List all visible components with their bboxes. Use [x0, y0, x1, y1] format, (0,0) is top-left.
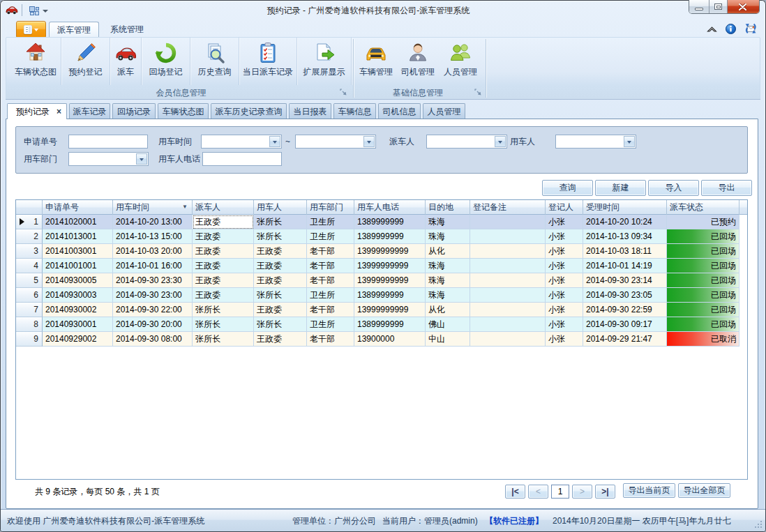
grid-row[interactable]: 4 20141001001 2014-10-01 16:00 王政委 王政委 老… — [16, 259, 747, 273]
cell-phone[interactable]: 1389999999 — [354, 317, 426, 332]
dialog-launcher-icon[interactable] — [474, 89, 482, 96]
document-tab[interactable]: 人员管理 — [423, 103, 465, 119]
about-mail-icon[interactable] — [744, 23, 757, 34]
cell-dest[interactable]: 珠海 — [426, 288, 470, 303]
grid-column-header[interactable]: 用车人 — [254, 200, 307, 215]
cell-dest[interactable]: 珠海 — [426, 229, 470, 244]
dialog-launcher-icon[interactable] — [340, 89, 347, 96]
cell-status[interactable]: 已回场 — [667, 288, 739, 303]
cell-sn[interactable]: 20141003001 — [43, 244, 113, 259]
cell-phone[interactable]: 13999999999 — [354, 303, 426, 317]
cell-time[interactable]: 2014-10-13 15:00 — [113, 229, 193, 244]
cell-time[interactable]: 2014-10-01 16:00 — [113, 259, 193, 273]
cell-user[interactable]: 王政委 — [254, 273, 307, 288]
cell-time[interactable]: 2014-09-30 20:00 — [113, 317, 193, 332]
cell-dispatcher[interactable]: 张所长 — [193, 317, 254, 332]
cell-phone[interactable]: 1389999999 — [354, 288, 426, 303]
cell-dept[interactable]: 老干部 — [307, 244, 354, 259]
row-header-cell[interactable]: 9 — [16, 332, 43, 347]
ribbon-application-button[interactable] — [16, 21, 46, 38]
row-header-cell[interactable]: 1 — [16, 215, 43, 229]
combo-dropdown-icon[interactable] — [495, 136, 506, 147]
close-button[interactable] — [728, 0, 759, 13]
cell-dept[interactable]: 老干部 — [307, 259, 354, 273]
grid-column-header[interactable]: 用车部门 — [307, 200, 354, 215]
cell-time[interactable]: 2014-09-30 22:00 — [113, 303, 193, 317]
cell-accept-time[interactable]: 2014-09-30 09:17 — [583, 317, 667, 332]
grid-column-header[interactable]: 受理时间 — [583, 200, 667, 215]
cell-dest[interactable]: 中山 — [426, 332, 470, 347]
cell-dispatcher[interactable]: 王政委 — [193, 244, 254, 259]
cell-sn[interactable]: 20140930003 — [43, 288, 113, 303]
cell-phone[interactable]: 13999999999 — [354, 273, 426, 288]
ribbon-button[interactable]: 预约登记 — [61, 38, 110, 85]
ribbon-button[interactable]: 车辆管理 — [355, 38, 397, 85]
info-icon[interactable] — [726, 24, 736, 34]
cell-dispatcher[interactable]: 王政委 — [193, 229, 254, 244]
cell-status[interactable]: 已预约 — [667, 215, 739, 229]
grid-column-header[interactable]: 用车时间 ▼ — [113, 200, 193, 215]
ribbon-tab-system[interactable]: 系统管理 — [102, 22, 152, 37]
cell-status[interactable]: 已回场 — [667, 244, 739, 259]
document-tab[interactable]: 预约记录 × — [7, 103, 67, 119]
phone-input[interactable] — [203, 153, 281, 165]
cell-note[interactable] — [470, 259, 546, 273]
cell-phone[interactable]: 1389999999 — [354, 229, 426, 244]
document-tab[interactable]: 车辆信息 — [333, 103, 376, 119]
cell-status[interactable]: 已回场 — [667, 229, 739, 244]
cell-phone[interactable]: 13999999999 — [354, 259, 426, 273]
cell-registrar[interactable]: 小张 — [546, 259, 583, 273]
cell-user[interactable]: 张所长 — [254, 215, 307, 229]
cell-accept-time[interactable]: 2014-09-30 22:59 — [583, 303, 667, 317]
filter-combo-dispatcher[interactable] — [426, 135, 507, 149]
cell-phone[interactable]: 13999999999 — [354, 244, 426, 259]
filter-combo-time-to[interactable] — [295, 135, 376, 149]
grid-column-header[interactable]: 登记备注 — [470, 200, 546, 215]
cell-dispatcher[interactable]: 王政委 — [193, 259, 254, 273]
cell-dept[interactable]: 卫生所 — [307, 215, 354, 229]
cell-note[interactable] — [470, 303, 546, 317]
grid-row[interactable]: 8 20140930001 2014-09-30 20:00 张所长 张所长 卫… — [16, 317, 747, 332]
cell-note[interactable] — [470, 215, 546, 229]
cell-accept-time[interactable]: 2014-09-29 21:47 — [583, 332, 667, 347]
grid-row[interactable]: 6 20140930003 2014-09-30 23:00 王政委 张所长 卫… — [16, 288, 747, 303]
cell-time[interactable]: 2014-10-03 20:00 — [113, 244, 193, 259]
combo-dropdown-icon[interactable] — [269, 136, 280, 147]
grid-column-header[interactable]: 用车人电话 — [354, 200, 426, 215]
ribbon-button[interactable]: 扩展屏显示 — [297, 38, 352, 85]
page-number-input[interactable]: 1 — [551, 485, 569, 499]
cell-registrar[interactable]: 小张 — [546, 303, 583, 317]
sn-input[interactable] — [69, 135, 147, 148]
document-tab[interactable]: 当日报表 — [289, 103, 331, 119]
cell-accept-time[interactable]: 2014-10-01 14:19 — [583, 259, 667, 273]
cell-dispatcher[interactable]: 张所长 — [193, 332, 254, 347]
cell-phone[interactable]: 13900000 — [354, 332, 426, 347]
cell-dest[interactable]: 珠海 — [426, 273, 470, 288]
cell-sn[interactable]: 20141013001 — [43, 229, 113, 244]
cell-accept-time[interactable]: 2014-10-20 10:24 — [583, 215, 667, 229]
cell-user[interactable]: 王政委 — [254, 332, 307, 347]
cell-dest[interactable]: 从化 — [426, 244, 470, 259]
row-header-cell[interactable]: 8 — [16, 317, 43, 332]
cell-dept[interactable]: 老干部 — [307, 273, 354, 288]
grid-column-header[interactable]: 目的地 — [426, 200, 470, 215]
ribbon-button[interactable]: 派车 — [110, 38, 142, 85]
row-header-cell[interactable]: 3 — [16, 244, 43, 259]
action-button[interactable]: 新建 — [595, 180, 646, 196]
skin-select-icon[interactable] — [29, 6, 39, 15]
cell-accept-time[interactable]: 2014-10-03 18:11 — [583, 244, 667, 259]
combo-dropdown-icon[interactable] — [624, 136, 635, 147]
cell-registrar[interactable]: 小张 — [546, 317, 583, 332]
combo-dropdown-icon[interactable] — [363, 136, 375, 147]
cell-accept-time[interactable]: 2014-09-30 23:05 — [583, 288, 667, 303]
action-button[interactable]: 导出 — [701, 180, 752, 196]
ribbon-button[interactable]: 车辆状态图 — [10, 38, 61, 85]
ribbon-button[interactable]: 司机管理 — [397, 38, 439, 85]
cell-dest[interactable]: 珠海 — [426, 215, 470, 229]
cell-accept-time[interactable]: 2014-10-13 09:34 — [583, 229, 667, 244]
cell-accept-time[interactable]: 2014-09-30 23:14 — [583, 273, 667, 288]
next-page-button[interactable]: > — [572, 485, 592, 499]
cell-note[interactable] — [470, 317, 546, 332]
grid-row[interactable]: 3 20141003001 2014-10-03 20:00 王政委 王政委 老… — [16, 244, 747, 259]
cell-sn[interactable]: 20140930001 — [43, 317, 113, 332]
